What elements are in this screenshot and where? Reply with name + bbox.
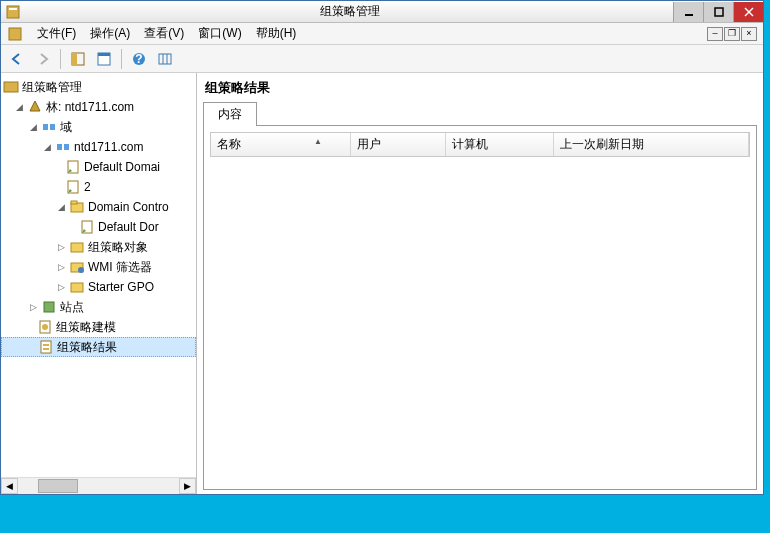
content-panel: 组策略结果 内容 名称 ▲ 用户 计算机 上一次刷新日期: [197, 73, 763, 494]
collapse-icon[interactable]: ◢: [13, 101, 25, 113]
svg-rect-1: [9, 8, 17, 10]
app-window: 组策略管理 文件(F) 操作(A) 查看(V) 窗口(W) 帮助(H) – ❐ …: [0, 0, 764, 495]
domains-icon: [41, 119, 57, 135]
svg-rect-17: [43, 124, 48, 130]
wmi-icon: [69, 259, 85, 275]
tree-forest-label: 林: ntd1711.com: [46, 99, 134, 116]
gpo-link-icon: [65, 159, 81, 175]
menubar: 文件(F) 操作(A) 查看(V) 窗口(W) 帮助(H) – ❐ ×: [1, 23, 763, 45]
mdi-restore-button[interactable]: ❐: [724, 27, 740, 41]
svg-rect-20: [64, 144, 69, 150]
back-button[interactable]: [5, 47, 29, 71]
tabstrip: 内容: [203, 101, 757, 126]
folder-icon: [69, 279, 85, 295]
list-body[interactable]: [210, 157, 750, 486]
tree-root-label: 组策略管理: [22, 79, 82, 96]
svg-text:?: ?: [135, 52, 142, 66]
tree-gpo-2[interactable]: 2: [1, 177, 196, 197]
tree-domains[interactable]: ◢ 域: [1, 117, 196, 137]
list-area: 名称 ▲ 用户 计算机 上一次刷新日期: [203, 126, 757, 490]
domain-icon: [55, 139, 71, 155]
tree-starter-gpo-label: Starter GPO: [88, 280, 154, 294]
tree-panel: 组策略管理 ◢ 林: ntd1711.com ◢ 域 ◢ ntd1711.com: [1, 73, 197, 494]
help-button[interactable]: ?: [127, 47, 151, 71]
tree-domain-label: ntd1711.com: [74, 140, 143, 154]
expand-icon[interactable]: ▷: [55, 241, 67, 253]
tree-modeling-label: 组策略建模: [56, 319, 116, 336]
tree-gpo-2-label: 2: [84, 180, 91, 194]
workarea: 组策略管理 ◢ 林: ntd1711.com ◢ 域 ◢ ntd1711.com: [1, 73, 763, 494]
svg-rect-0: [7, 6, 19, 18]
tree-sites[interactable]: ▷ 站点: [1, 297, 196, 317]
tree-gpo-objects-label: 组策略对象: [88, 239, 148, 256]
scroll-left-button[interactable]: ◀: [1, 478, 18, 494]
menu-action[interactable]: 操作(A): [90, 25, 130, 42]
svg-rect-33: [41, 341, 51, 353]
window-controls: [673, 2, 763, 22]
modeling-icon: [37, 319, 53, 335]
tab-content[interactable]: 内容: [203, 102, 257, 126]
tree-gpo-objects[interactable]: ▷ 组策略对象: [1, 237, 196, 257]
expand-icon[interactable]: ▷: [55, 261, 67, 273]
mdi-close-button[interactable]: ×: [741, 27, 757, 41]
tree-horizontal-scrollbar: ◀ ▶: [1, 477, 196, 494]
results-icon: [38, 339, 54, 355]
menu-help[interactable]: 帮助(H): [256, 25, 297, 42]
menu-file[interactable]: 文件(F): [37, 25, 76, 42]
svg-rect-30: [44, 302, 54, 312]
menu-app-icon: [7, 26, 23, 42]
expand-icon[interactable]: ▷: [27, 301, 39, 313]
tree-domain[interactable]: ◢ ntd1711.com: [1, 137, 196, 157]
minimize-button[interactable]: [673, 2, 703, 22]
view-options-button[interactable]: [153, 47, 177, 71]
collapse-icon[interactable]: ◢: [27, 121, 39, 133]
tree-default-dc-label: Default Dor: [98, 220, 159, 234]
mdi-controls: – ❐ ×: [707, 27, 757, 41]
scroll-thumb[interactable]: [38, 479, 78, 493]
tree-modeling[interactable]: 组策略建模: [1, 317, 196, 337]
column-name[interactable]: 名称 ▲: [211, 133, 351, 156]
show-hide-tree-button[interactable]: [66, 47, 90, 71]
tree[interactable]: 组策略管理 ◢ 林: ntd1711.com ◢ 域 ◢ ntd1711.com: [1, 73, 196, 357]
column-computer[interactable]: 计算机: [446, 133, 554, 156]
tree-root[interactable]: 组策略管理: [1, 77, 196, 97]
svg-rect-34: [43, 344, 49, 346]
mdi-minimize-button[interactable]: –: [707, 27, 723, 41]
menu-view[interactable]: 查看(V): [144, 25, 184, 42]
gpo-link-icon: [65, 179, 81, 195]
column-user[interactable]: 用户: [351, 133, 446, 156]
tree-results[interactable]: 组策略结果: [1, 337, 196, 357]
maximize-button[interactable]: [703, 2, 733, 22]
svg-rect-13: [159, 54, 171, 64]
close-button[interactable]: [733, 2, 763, 22]
collapse-icon[interactable]: ◢: [41, 141, 53, 153]
svg-rect-10: [98, 53, 110, 56]
toolbar-separator: [60, 49, 61, 69]
list-header: 名称 ▲ 用户 计算机 上一次刷新日期: [210, 132, 750, 157]
svg-rect-6: [9, 28, 21, 40]
tree-default-domain-policy[interactable]: Default Domai: [1, 157, 196, 177]
svg-rect-26: [71, 243, 83, 252]
tree-wmi-filters[interactable]: ▷ WMI 筛选器: [1, 257, 196, 277]
ou-icon: [69, 199, 85, 215]
column-last-refresh[interactable]: 上一次刷新日期: [554, 133, 749, 156]
tree-domain-controllers[interactable]: ◢ Domain Contro: [1, 197, 196, 217]
tree-forest[interactable]: ◢ 林: ntd1711.com: [1, 97, 196, 117]
toolbar: ?: [1, 45, 763, 73]
svg-rect-16: [4, 82, 18, 92]
scroll-right-button[interactable]: ▶: [179, 478, 196, 494]
tree-dc-label: Domain Contro: [88, 200, 169, 214]
collapse-icon[interactable]: ◢: [55, 201, 67, 213]
tree-sites-label: 站点: [60, 299, 84, 316]
tree-default-dc-policy[interactable]: Default Dor: [1, 217, 196, 237]
scroll-track[interactable]: [18, 478, 179, 494]
forward-button[interactable]: [31, 47, 55, 71]
tree-starter-gpo[interactable]: ▷ Starter GPO: [1, 277, 196, 297]
expand-icon[interactable]: ▷: [55, 281, 67, 293]
gpo-link-icon: [79, 219, 95, 235]
svg-rect-8: [72, 53, 77, 65]
sites-icon: [41, 299, 57, 315]
properties-button[interactable]: [92, 47, 116, 71]
folder-icon: [69, 239, 85, 255]
menu-window[interactable]: 窗口(W): [198, 25, 241, 42]
